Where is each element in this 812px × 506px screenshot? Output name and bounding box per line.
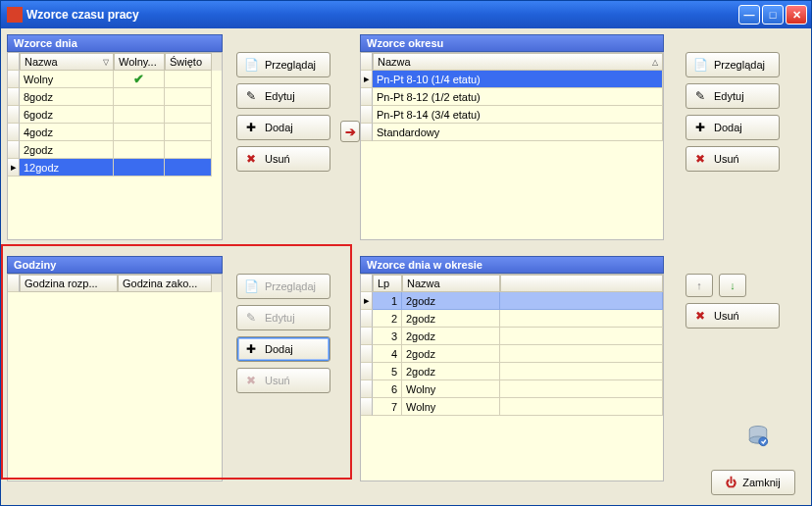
add-button-period[interactable]: ✚Dodaj <box>685 115 780 140</box>
delete-icon: ✖ <box>692 151 708 167</box>
table-row[interactable]: Pn-Pt 8-14 (3/4 etatu) <box>361 106 663 124</box>
table-row[interactable]: 52godz <box>361 363 663 380</box>
edit-icon: ✎ <box>692 88 708 104</box>
table-row[interactable]: Wolny✔ <box>8 71 222 88</box>
edit-icon: ✎ <box>243 310 259 326</box>
grid-dip[interactable]: Lp Nazwa ▸12godz22godz32godz42godz52godz… <box>360 274 664 481</box>
table-row[interactable]: ▸12godz <box>361 292 663 310</box>
table-row[interactable]: ▸Pn-Pt 8-10 (1/4 etatu) <box>361 71 663 88</box>
edit-button-period[interactable]: ✎Edytuj <box>685 83 780 109</box>
browse-icon: 📄 <box>243 57 259 73</box>
col-header-lp[interactable]: Lp <box>373 275 402 292</box>
panel-period-header: Wzorce okresu <box>360 34 664 52</box>
table-row[interactable]: 22godz <box>361 310 663 328</box>
table-row[interactable]: 6godz <box>8 106 222 124</box>
check-icon: ✔ <box>133 72 144 86</box>
col-header-dip-name[interactable]: Nazwa <box>402 275 500 292</box>
table-row[interactable]: ▸12godz <box>8 159 222 177</box>
table-row[interactable]: 6Wolny <box>361 380 663 398</box>
col-header-holiday[interactable]: Święto <box>165 53 212 71</box>
close-button[interactable]: ⏻ Zamknij <box>711 470 795 495</box>
edit-icon: ✎ <box>243 88 259 104</box>
panel-day-header: Wzorce dnia <box>7 34 223 52</box>
add-icon: ✚ <box>243 341 259 357</box>
browse-button[interactable]: 📄Przeglądaj <box>236 52 330 77</box>
delete-icon: ✖ <box>243 151 259 167</box>
panel-dip-header: Wzorce dnia w okresie <box>360 256 664 274</box>
col-header-name[interactable]: Nazwa▽ <box>20 53 114 71</box>
app-icon <box>7 7 23 23</box>
browse-button-hours: 📄Przeglądaj <box>236 274 330 299</box>
delete-button-dip[interactable]: ✖Usuń <box>685 303 780 329</box>
table-row[interactable]: Standardowy <box>361 124 663 141</box>
arrow-right-button[interactable]: ➔ <box>340 121 360 142</box>
table-row[interactable]: 4godz <box>8 124 222 141</box>
minimize-button[interactable]: — <box>738 5 760 25</box>
titlebar[interactable]: Wzorce czasu pracy — □ ✕ <box>1 1 811 28</box>
move-down-button[interactable]: ↓ <box>719 274 746 297</box>
add-button-hours[interactable]: ✚Dodaj <box>236 336 330 362</box>
close-window-button[interactable]: ✕ <box>786 5 807 25</box>
col-header-free[interactable]: Wolny... <box>114 53 165 71</box>
table-row[interactable]: 7Wolny <box>361 398 663 416</box>
arrow-down-icon: ↓ <box>730 279 736 291</box>
power-icon: ⏻ <box>726 477 736 488</box>
table-row[interactable]: 2godz <box>8 141 222 159</box>
add-icon: ✚ <box>692 120 708 135</box>
maximize-button[interactable]: □ <box>762 5 784 25</box>
window-title: Wzorce czasu pracy <box>26 8 738 22</box>
table-row[interactable]: 8godz <box>8 88 222 106</box>
grid-hours[interactable]: Godzina rozp... Godzina zako... <box>7 274 223 481</box>
delete-icon: ✖ <box>243 373 259 388</box>
delete-icon: ✖ <box>692 308 708 324</box>
edit-button[interactable]: ✎Edytuj <box>236 83 330 109</box>
arrow-up-icon: ↑ <box>696 279 702 291</box>
col-header-period-name[interactable]: Nazwa△ <box>373 53 663 71</box>
table-row[interactable]: Pn-Pt 8-12 (1/2 etatu) <box>361 88 663 106</box>
edit-button-hours: ✎Edytuj <box>236 305 330 330</box>
add-button[interactable]: ✚Dodaj <box>236 115 330 140</box>
delete-button[interactable]: ✖Usuń <box>236 146 330 172</box>
browse-icon: 📄 <box>692 57 708 73</box>
col-header-start[interactable]: Godzina rozp... <box>20 275 118 292</box>
browse-icon: 📄 <box>243 278 259 294</box>
table-row[interactable]: 42godz <box>361 345 663 363</box>
delete-button-hours: ✖Usuń <box>236 368 330 393</box>
database-icon <box>744 423 772 450</box>
move-up-button[interactable]: ↑ <box>685 274 713 297</box>
col-header-end[interactable]: Godzina zako... <box>118 275 212 292</box>
panel-hours-header: Godziny <box>7 256 223 274</box>
delete-button-period[interactable]: ✖Usuń <box>685 146 780 172</box>
browse-button-period[interactable]: 📄Przeglądaj <box>685 52 780 77</box>
add-icon: ✚ <box>243 120 259 135</box>
main-window: Wzorce czasu pracy — □ ✕ Wzorce dnia Naz… <box>0 0 812 506</box>
grid-day[interactable]: Nazwa▽ Wolny... Święto Wolny✔8godz6godz4… <box>7 52 223 240</box>
grid-period[interactable]: Nazwa△ ▸Pn-Pt 8-10 (1/4 etatu)Pn-Pt 8-12… <box>360 52 664 240</box>
svg-point-2 <box>759 437 768 446</box>
table-row[interactable]: 32godz <box>361 328 663 345</box>
